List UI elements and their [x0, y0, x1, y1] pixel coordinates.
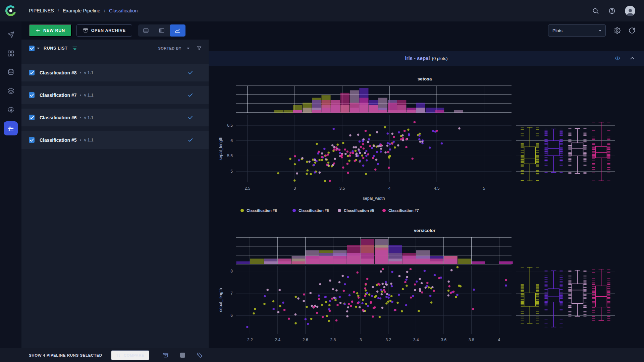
nav-datasets-icon[interactable] — [4, 65, 18, 79]
legend-item[interactable]: Classification #5 — [338, 208, 374, 213]
archive-icon[interactable] — [163, 352, 169, 358]
left-nav-rail — [0, 21, 21, 348]
svg-text:Classification #6: Classification #6 — [299, 208, 329, 213]
svg-text:3.5: 3.5 — [339, 186, 345, 191]
selected-check-icon — [187, 137, 193, 143]
run-checkbox[interactable] — [29, 137, 35, 143]
selection-summary: SHOW 4 PIPELINE RUNS SELECTED — [29, 353, 102, 357]
plot-versicolor: 2.22.42.62.833.23.43.63.84678versicolors… — [209, 223, 644, 348]
svg-text:2.4: 2.4 — [275, 338, 280, 342]
plot-group-header: iris - sepal(0 plots) — [209, 51, 644, 66]
nav-getting-started-rocket-icon[interactable] — [4, 27, 18, 42]
run-version: v 1.1 — [84, 93, 94, 98]
runs-list-title: RUNS LIST — [44, 46, 67, 51]
run-checkbox[interactable] — [29, 115, 35, 120]
breadcrumb-item[interactable]: Classification — [109, 8, 138, 13]
svg-text:5: 5 — [230, 169, 233, 174]
selection-menu-caret-icon[interactable] — [37, 48, 40, 49]
run-name: Classification #7 — [40, 93, 77, 98]
breadcrumb: PIPELINESExample PipelineClassification — [29, 8, 138, 13]
auto-refresh-icon[interactable] — [629, 27, 635, 34]
app-root: PIPELINESExample PipelineClassification — [0, 0, 644, 362]
svg-text:3.8: 3.8 — [469, 338, 474, 342]
svg-text:setosa: setosa — [418, 76, 432, 81]
selected-check-icon — [187, 115, 193, 120]
plot-group-title: iris - sepal — [405, 55, 430, 61]
nav-projects-layers-icon[interactable] — [4, 84, 18, 98]
top-header: PIPELINESExample PipelineClassification — [0, 0, 644, 21]
svg-text:3.2: 3.2 — [385, 338, 391, 342]
breadcrumb-item[interactable]: PIPELINES — [29, 8, 63, 13]
bottom-bar: SHOW 4 PIPELINE RUNS SELECTED COMPARE — [0, 348, 644, 362]
clearml-logo-icon[interactable] — [0, 0, 21, 21]
plots-view-icon[interactable] — [170, 24, 185, 37]
open-archive-label: OPEN ARCHIVE — [91, 28, 126, 33]
select-all-checkbox[interactable] — [29, 46, 35, 51]
user-avatar[interactable] — [625, 6, 635, 16]
metric-type-select[interactable]: Plots — [548, 24, 606, 37]
sorted-by-button[interactable]: SORTED BY — [158, 46, 181, 50]
svg-text:versicolor: versicolor — [414, 228, 436, 233]
svg-text:3.4: 3.4 — [413, 338, 419, 342]
legend-item[interactable]: Classification #7 — [382, 208, 419, 213]
nav-pipelines-icon[interactable] — [4, 121, 18, 135]
view-toggle-group — [138, 24, 185, 37]
run-version: v 1.1 — [84, 137, 94, 142]
run-row[interactable]: Classification #5 v 1.1 — [21, 131, 209, 149]
collapse-section-chevron-up-icon[interactable] — [629, 55, 635, 61]
runs-list-panel: RUNS LIST SORTED BY Classification #8 v … — [21, 40, 209, 348]
tag-icon[interactable] — [197, 352, 203, 358]
svg-text:Classification #7: Classification #7 — [388, 208, 419, 213]
compare-arrows-icon — [116, 353, 121, 358]
run-name: Classification #8 — [40, 70, 77, 75]
run-row[interactable]: Classification #6 v 1.1 — [21, 109, 209, 126]
header-actions — [592, 6, 644, 16]
svg-text:sepal_length: sepal_length — [218, 137, 223, 161]
svg-text:sepal_length: sepal_length — [218, 288, 223, 312]
toolbar: NEW RUN OPEN ARCHIVE Plots — [21, 21, 644, 40]
runs-header-right: SORTED BY — [158, 46, 202, 51]
run-checkbox[interactable] — [29, 70, 35, 75]
tune-filters-icon[interactable] — [72, 46, 77, 51]
new-run-label: NEW RUN — [43, 28, 65, 33]
breadcrumb-item[interactable]: Example Pipeline — [63, 8, 109, 13]
svg-text:8: 8 — [230, 269, 233, 274]
svg-text:4: 4 — [388, 186, 391, 191]
compare-label: COMPARE — [124, 353, 144, 357]
svg-text:2.5: 2.5 — [245, 186, 251, 191]
selected-check-icon — [187, 70, 193, 75]
svg-text:3.6: 3.6 — [441, 338, 447, 342]
run-row[interactable]: Classification #8 v 1.1 — [21, 64, 209, 81]
open-archive-button[interactable]: OPEN ARCHIVE — [76, 24, 132, 37]
compare-button[interactable]: COMPARE — [111, 350, 149, 360]
stop-icon[interactable] — [180, 353, 185, 358]
run-checkbox[interactable] — [29, 92, 35, 98]
run-name: Classification #5 — [40, 137, 77, 143]
legend-item[interactable]: Classification #6 — [292, 208, 329, 213]
split-view-icon[interactable] — [154, 24, 170, 37]
plot-group-count: (0 plots) — [432, 56, 448, 61]
legend-item[interactable]: Classification #8 — [240, 208, 277, 213]
nav-workers-cpu-icon[interactable] — [4, 103, 18, 117]
nav-dashboard-grid-icon[interactable] — [4, 46, 18, 60]
sorted-by-caret-icon[interactable] — [187, 48, 190, 49]
plot-group-actions — [614, 55, 644, 61]
embed-code-icon[interactable] — [614, 56, 621, 61]
footer-icons — [163, 352, 203, 358]
gear-icon[interactable] — [614, 27, 621, 34]
svg-text:3: 3 — [294, 186, 296, 191]
table-view-icon[interactable] — [138, 24, 154, 37]
filter-funnel-icon[interactable] — [197, 46, 202, 51]
svg-text:2.2: 2.2 — [247, 338, 253, 342]
svg-text:Classification #8: Classification #8 — [247, 208, 277, 213]
run-version: v 1.1 — [84, 70, 94, 75]
runs-list-body: Classification #8 v 1.1 Classification #… — [21, 57, 209, 154]
archive-icon — [83, 28, 88, 33]
search-icon[interactable] — [592, 7, 599, 14]
new-run-button[interactable]: NEW RUN — [29, 24, 72, 37]
svg-text:4.5: 4.5 — [434, 186, 440, 191]
help-icon[interactable] — [608, 7, 615, 14]
bullet-separator — [80, 72, 81, 73]
run-row[interactable]: Classification #7 v 1.1 — [21, 86, 209, 104]
plot-setosa: 2.533.544.5555.566.5setosasepal_widthsep… — [209, 71, 644, 223]
